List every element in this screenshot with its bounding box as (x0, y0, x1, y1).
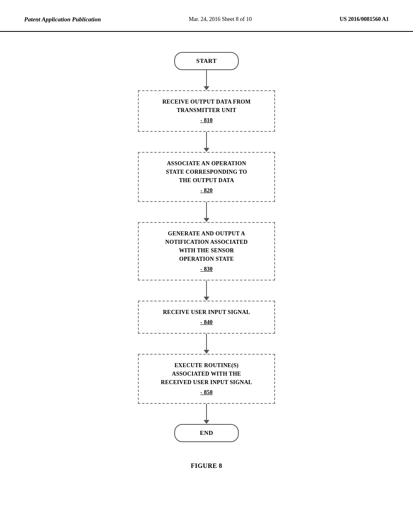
arrow-head-4 (204, 297, 209, 301)
arrow-head-5 (204, 350, 209, 354)
box-810-text: RECEIVE OUTPUT DATA FROMTRANSMITTER UNIT (162, 99, 250, 113)
arrow-3 (204, 202, 209, 222)
box-840-text: RECEIVE USER INPUT SIGNAL (163, 309, 250, 315)
arrow-4 (204, 281, 209, 301)
box-840: RECEIVE USER INPUT SIGNAL - 840 (138, 301, 275, 334)
end-box: END (174, 424, 239, 442)
arrow-head-2 (204, 148, 209, 152)
arrow-line-2 (206, 132, 207, 148)
arrow-6 (204, 404, 209, 424)
box-840-ref: - 840 (151, 318, 262, 326)
header-publication-label: Patent Application Publication (24, 16, 101, 23)
box-830-ref: - 830 (151, 265, 262, 273)
flowchart: START RECEIVE OUTPUT DATA FROMTRANSMITTE… (138, 52, 275, 442)
box-850: EXECUTE ROUTINE(S)ASSOCIATED WITH THEREC… (138, 354, 275, 404)
arrow-head-1 (204, 86, 209, 90)
box-830-text: GENERATE AND OUTPUT ANOTIFICATION ASSOCI… (165, 231, 248, 262)
arrow-line-4 (206, 281, 207, 297)
arrow-line-1 (206, 70, 207, 86)
arrow-head-3 (204, 218, 209, 222)
arrow-5 (204, 334, 209, 354)
arrow-line-3 (206, 202, 207, 218)
box-820-text: ASSOCIATE AN OPERATIONSTATE CORRESPONDIN… (166, 160, 247, 183)
arrow-1 (204, 70, 209, 90)
box-850-ref: - 850 (151, 388, 262, 397)
arrow-head-6 (204, 420, 209, 424)
main-content: START RECEIVE OUTPUT DATA FROMTRANSMITTE… (0, 32, 413, 482)
box-820: ASSOCIATE AN OPERATIONSTATE CORRESPONDIN… (138, 152, 275, 202)
arrow-line-6 (206, 404, 207, 420)
start-label: START (196, 58, 217, 64)
box-820-ref: - 820 (151, 186, 262, 195)
end-label: END (200, 430, 213, 436)
arrow-line-5 (206, 334, 207, 350)
box-850-text: EXECUTE ROUTINE(S)ASSOCIATED WITH THEREC… (161, 362, 252, 385)
arrow-2 (204, 132, 209, 152)
box-810-ref: - 810 (151, 116, 262, 125)
page-header: Patent Application Publication Mar. 24, … (0, 0, 413, 32)
box-830: GENERATE AND OUTPUT ANOTIFICATION ASSOCI… (138, 222, 275, 281)
figure-caption: FIGURE 8 (191, 462, 222, 470)
box-810: RECEIVE OUTPUT DATA FROMTRANSMITTER UNIT… (138, 90, 275, 132)
header-patent-number: US 2016/0081560 A1 (340, 16, 389, 23)
header-sheet-info: Mar. 24, 2016 Sheet 8 of 10 (189, 16, 252, 23)
start-box: START (174, 52, 239, 70)
